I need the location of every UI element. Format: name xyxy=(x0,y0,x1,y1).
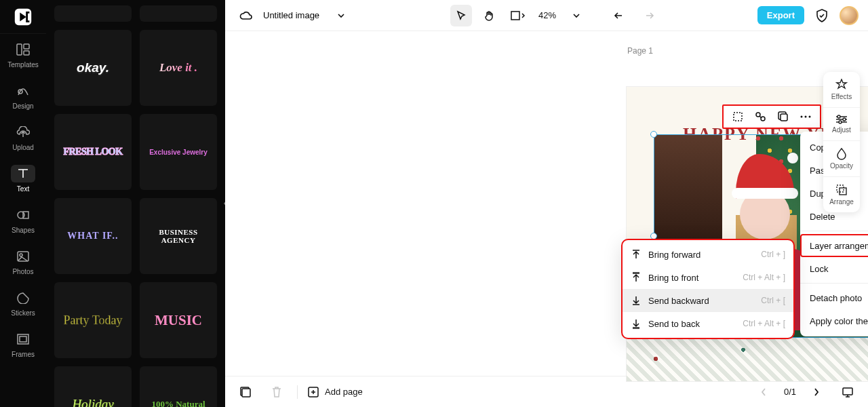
menu-lock[interactable]: Lock xyxy=(800,257,868,280)
svg-rect-24 xyxy=(840,188,846,195)
text-style-thumb[interactable]: Holiday xyxy=(54,366,132,407)
main-area: Untitled image 42% Export Page 1 HAPPY N… xyxy=(225,0,868,407)
svg-rect-3 xyxy=(24,51,29,55)
text-style-thumb[interactable]: BUSINESS AGENCY xyxy=(140,198,217,274)
rail-adjust[interactable]: Adjust xyxy=(823,108,860,141)
nav-photos[interactable]: Photos xyxy=(0,241,46,282)
resize-handle[interactable] xyxy=(650,131,657,138)
pointer-tool-icon[interactable] xyxy=(450,5,472,26)
prev-page-icon[interactable] xyxy=(753,381,774,403)
page-label: Page 1 xyxy=(627,46,653,56)
nav-frames[interactable]: Frames xyxy=(0,324,46,365)
nav-upload[interactable]: Upload xyxy=(0,117,46,158)
submenu-bring-forward[interactable]: Bring forwardCtrl + ] xyxy=(623,243,793,266)
delete-page-icon[interactable] xyxy=(266,381,288,403)
text-style-thumb[interactable] xyxy=(140,5,217,22)
svg-rect-23 xyxy=(837,185,844,192)
crop-icon[interactable] xyxy=(730,109,745,124)
redo-icon[interactable] xyxy=(637,5,659,26)
menu-apply-color-theme[interactable]: Apply color theme xyxy=(800,309,868,332)
submenu-send-backward[interactable]: Send backwardCtrl + [ xyxy=(623,289,793,312)
add-page-button[interactable]: Add page xyxy=(307,386,363,398)
zoom-level[interactable]: 42% xyxy=(536,10,559,20)
submenu-bring-to-front[interactable]: Bring to frontCtrl + Alt + ] xyxy=(623,266,793,289)
right-properties-rail: Effects Adjust Opacity Arrange xyxy=(823,72,860,212)
text-style-thumb[interactable]: WHAT IF.. xyxy=(54,198,132,274)
hand-tool-icon[interactable] xyxy=(479,5,500,26)
app-logo[interactable] xyxy=(0,0,46,34)
svg-point-16 xyxy=(801,116,803,118)
text-style-thumb[interactable]: Party Today xyxy=(54,282,132,358)
menu-layer-arrangement[interactable]: Layer arrangement xyxy=(800,234,868,257)
svg-point-22 xyxy=(839,121,842,123)
nav-stickers[interactable]: Stickers xyxy=(0,282,46,324)
svg-point-17 xyxy=(805,116,807,118)
svg-rect-15 xyxy=(781,114,787,121)
presentation-icon[interactable] xyxy=(837,381,859,403)
selection-toolbar xyxy=(722,104,821,129)
text-style-thumb[interactable]: Love it . xyxy=(140,30,217,106)
svg-point-21 xyxy=(843,118,846,121)
nav-rail: Templates Design Upload Text Shapes Phot… xyxy=(0,0,46,407)
nav-design[interactable]: Design xyxy=(0,75,46,117)
svg-rect-27 xyxy=(843,388,852,395)
menu-detach-photo[interactable]: Detach photo xyxy=(800,286,868,309)
text-style-thumb[interactable]: 100% Natural xyxy=(140,366,217,407)
nav-templates[interactable]: Templates xyxy=(0,34,46,75)
svg-point-8 xyxy=(20,254,22,256)
canvas-area[interactable]: Page 1 HAPPY NEW YEAR CopyCtrl + C xyxy=(225,31,868,376)
rail-effects[interactable]: Effects xyxy=(823,72,860,108)
text-style-thumb[interactable]: Exclusive Jewelry xyxy=(140,114,217,190)
nav-shapes[interactable]: Shapes xyxy=(0,199,46,241)
next-page-icon[interactable] xyxy=(806,381,827,403)
title-dropdown-icon[interactable] xyxy=(330,5,352,26)
zoom-dropdown-icon[interactable] xyxy=(566,5,587,26)
rail-opacity[interactable]: Opacity xyxy=(823,141,860,177)
crop-dropdown-icon[interactable] xyxy=(507,5,529,26)
svg-point-18 xyxy=(809,116,811,118)
more-icon[interactable] xyxy=(798,109,813,124)
canvas-pattern xyxy=(627,336,868,381)
text-styles-panel: okay. Love it . FRESH LOOK Exclusive Jew… xyxy=(46,0,225,407)
text-style-thumb[interactable]: FRESH LOOK xyxy=(54,114,132,190)
undo-icon[interactable] xyxy=(609,5,631,26)
top-bar: Untitled image 42% Export xyxy=(225,0,868,31)
pages-icon[interactable] xyxy=(235,381,256,403)
nav-text[interactable]: Text xyxy=(0,158,46,199)
cloud-sync-icon[interactable] xyxy=(235,5,256,26)
svg-rect-1 xyxy=(17,44,22,55)
magic-icon[interactable] xyxy=(753,109,768,124)
text-style-thumb[interactable]: MUSIC xyxy=(140,282,217,358)
svg-point-20 xyxy=(837,115,840,118)
export-button[interactable]: Export xyxy=(757,6,804,24)
resize-handle[interactable] xyxy=(650,233,657,239)
shield-icon[interactable] xyxy=(811,5,833,26)
page-counter: 0/1 xyxy=(784,387,796,397)
svg-rect-11 xyxy=(511,12,519,20)
text-style-thumb[interactable] xyxy=(54,5,132,22)
document-title[interactable]: Untitled image xyxy=(263,10,319,20)
copy-icon[interactable] xyxy=(776,109,791,124)
svg-rect-10 xyxy=(20,336,26,342)
avatar[interactable] xyxy=(840,6,859,25)
svg-rect-25 xyxy=(242,389,250,397)
rail-arrange[interactable]: Arrange xyxy=(823,177,860,212)
svg-rect-2 xyxy=(24,44,29,49)
svg-rect-12 xyxy=(734,113,742,121)
submenu-send-to-back[interactable]: Send to backCtrl + Alt + [ xyxy=(623,312,793,335)
text-style-thumb[interactable]: okay. xyxy=(54,30,132,106)
layer-submenu: Bring forwardCtrl + ] Bring to frontCtrl… xyxy=(623,240,793,338)
